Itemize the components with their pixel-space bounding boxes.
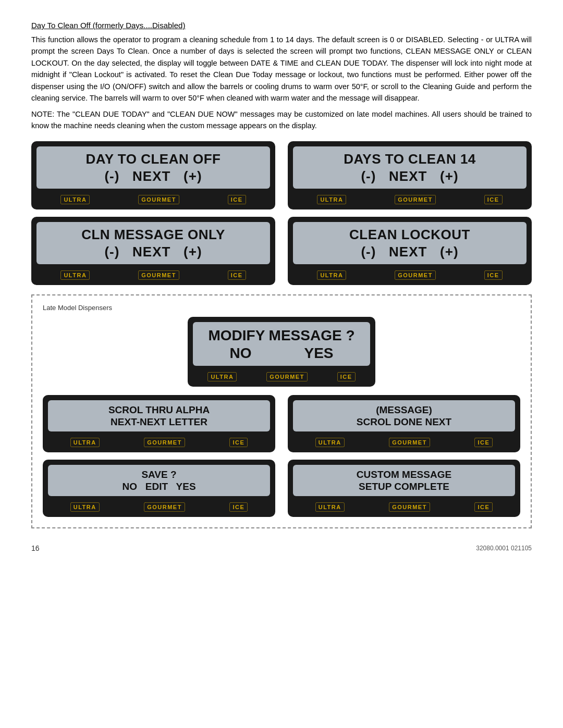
panel-save-line1: SAVE ?: [53, 469, 265, 481]
brand-ice-7: ICE: [474, 438, 493, 447]
brand-ultra-5: ULTRA: [207, 372, 237, 381]
brand-ice-9: ICE: [474, 502, 493, 512]
panel-modify-message: MODIFY MESSAGE ? NO YES ULTRA GOURMET IC…: [188, 317, 375, 387]
panel-clean-lockout: CLEAN LOCKOUT (-) NEXT (+) ULTRA GOURMET…: [288, 217, 532, 285]
panel-clean-lockout-line2: (-) NEXT (+): [299, 244, 520, 260]
brand-ice-2: ICE: [484, 195, 503, 204]
brand-gourmet-3: GOURMET: [138, 270, 179, 280]
panel-message-scrol-done-line1: (MESSAGE): [298, 404, 510, 416]
panel-modify-message-line1: MODIFY MESSAGE ?: [203, 327, 360, 344]
panel-save-no-edit-yes: SAVE ? NO EDIT YES ULTRA GOURMET ICE: [43, 460, 275, 517]
brand-gourmet-4: GOURMET: [395, 270, 436, 280]
brand-ice-4: ICE: [484, 270, 503, 280]
brand-gourmet-9: GOURMET: [389, 502, 430, 512]
panel-save-line2: NO EDIT YES: [53, 481, 265, 493]
brand-ultra-8: ULTRA: [70, 502, 100, 512]
page-number: 16: [31, 544, 40, 552]
brand-gourmet-8: GOURMET: [144, 502, 185, 512]
brand-ultra-9: ULTRA: [315, 502, 345, 512]
panel-days-to-clean-14-line2: (-) NEXT (+): [299, 168, 520, 184]
panel-cln-message-only-line1: CLN MESSAGE ONLY: [43, 227, 264, 243]
panel-scrol-thru-alpha: SCROL THRU ALPHA NEXT-NEXT LETTER ULTRA …: [43, 395, 275, 452]
brand-gourmet-6: GOURMET: [144, 438, 185, 447]
brand-ultra-1: ULTRA: [60, 195, 90, 204]
dashed-section-label: Late Model Dispensers: [43, 304, 520, 312]
panel-day-to-clean-off-line2: (-) NEXT (+): [43, 168, 264, 184]
brand-ultra-3: ULTRA: [60, 270, 90, 280]
panel-custom-message-line2: SETUP COMPLETE: [298, 481, 510, 493]
page-footer: 16 32080.0001 021105: [31, 544, 532, 552]
panel-day-to-clean-off-line1: DAY TO CLEAN OFF: [43, 152, 264, 167]
brand-ultra-4: ULTRA: [317, 270, 346, 280]
panel-scrol-thru-alpha-line1: SCROL THRU ALPHA: [53, 404, 265, 416]
panel-message-scrol-done: (MESSAGE) SCROL DONE NEXT ULTRA GOURMET …: [288, 395, 520, 452]
panel-cln-message-only: CLN MESSAGE ONLY (-) NEXT (+) ULTRA GOUR…: [31, 217, 275, 285]
panel-custom-message-line1: CUSTOM MESSAGE: [298, 469, 510, 481]
brand-ice-8: ICE: [229, 502, 248, 512]
brand-ultra-7: ULTRA: [315, 438, 345, 447]
panel-clean-lockout-line1: CLEAN LOCKOUT: [299, 227, 520, 243]
body-paragraph: This function allows the operator to pro…: [31, 34, 532, 104]
panel-custom-message-setup: CUSTOM MESSAGE SETUP COMPLETE ULTRA GOUR…: [288, 460, 520, 517]
panel-day-to-clean-off: DAY TO CLEAN OFF (-) NEXT (+) ULTRA GOUR…: [31, 141, 275, 209]
section-title: Day To Clean Off (formerly Days....Disab…: [31, 21, 532, 30]
panel-modify-message-yes: YES: [304, 345, 333, 362]
brand-gourmet-7: GOURMET: [389, 438, 430, 447]
brand-gourmet-1: GOURMET: [138, 195, 179, 204]
body-note: NOTE: The "CLEAN DUE TODAY" and "CLEAN D…: [31, 108, 532, 132]
panel-message-scrol-done-line2: SCROL DONE NEXT: [298, 416, 510, 428]
brand-ice-1: ICE: [228, 195, 246, 204]
brand-ultra-6: ULTRA: [70, 438, 100, 447]
brand-ice-5: ICE: [337, 372, 356, 381]
brand-ice-6: ICE: [229, 438, 248, 447]
panel-cln-message-only-line2: (-) NEXT (+): [43, 244, 264, 260]
panel-days-to-clean-14-line1: DAYS TO CLEAN 14: [299, 152, 520, 167]
brand-ultra-2: ULTRA: [317, 195, 346, 204]
brand-ice-3: ICE: [228, 270, 246, 280]
doc-number: 32080.0001 021105: [476, 545, 532, 552]
panel-days-to-clean-14: DAYS TO CLEAN 14 (-) NEXT (+) ULTRA GOUR…: [288, 141, 532, 209]
panel-modify-message-no: NO: [229, 345, 251, 362]
panel-scrol-thru-alpha-line2: NEXT-NEXT LETTER: [53, 416, 265, 428]
brand-gourmet-2: GOURMET: [395, 195, 436, 204]
dashed-section: Late Model Dispensers MODIFY MESSAGE ? N…: [31, 294, 532, 528]
brand-gourmet-5: GOURMET: [266, 372, 308, 381]
